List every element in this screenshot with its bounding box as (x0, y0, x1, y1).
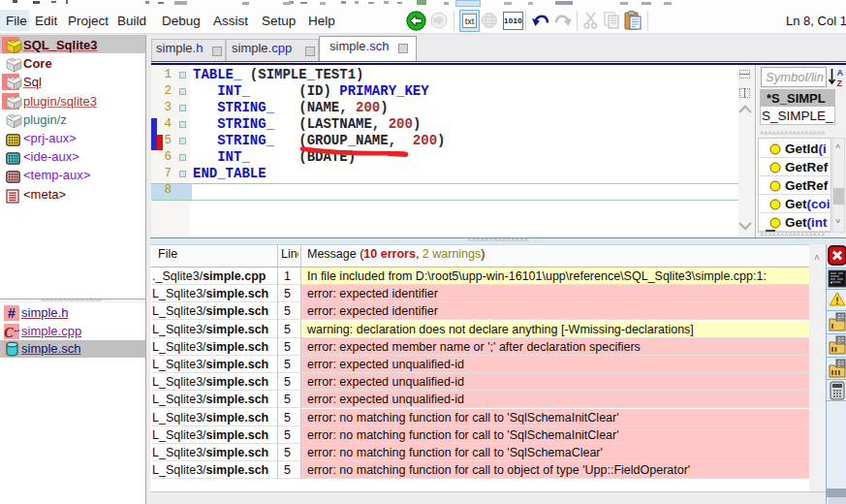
svg-text:A: A (837, 68, 844, 78)
svg-text:Z: Z (837, 79, 843, 88)
